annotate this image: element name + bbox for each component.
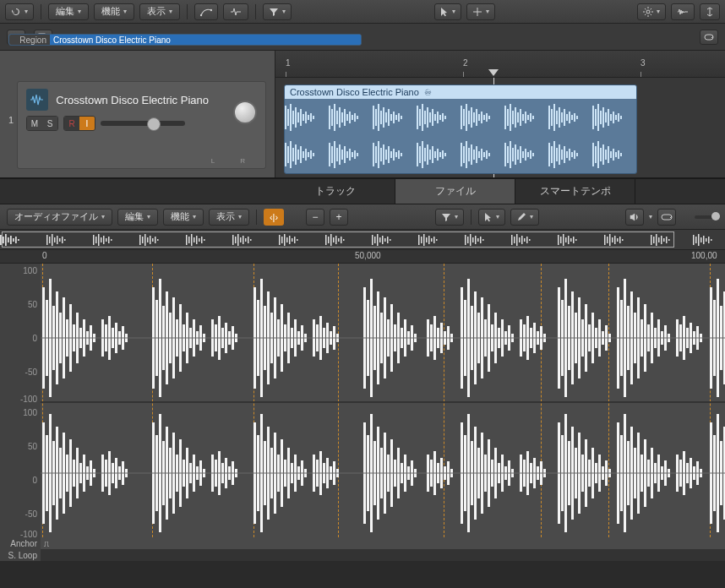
volume-slider[interactable] — [101, 121, 185, 126]
svg-rect-11 — [297, 112, 299, 122]
region-waveform — [285, 99, 637, 174]
waveform-editor[interactable]: 100 50 0 -50 -100 100 50 0 -50 -100 — [0, 264, 725, 537]
vertical-fit-icon[interactable] — [700, 3, 720, 20]
tab-smart-tempo[interactable]: スマートテンポ — [515, 179, 635, 204]
arrange-area: 1 Crosstown Disco Electric Piano M S R I… — [0, 51, 725, 179]
tab-file[interactable]: ファイル — [395, 179, 515, 204]
svg-rect-17 — [313, 116, 314, 119]
overview-strip[interactable] — [0, 230, 725, 250]
preview-volume-slider[interactable] — [695, 215, 718, 219]
transient-edit-button[interactable]: ‹|› — [264, 209, 284, 226]
editor-edit-menu[interactable]: 編集▾ — [117, 209, 158, 226]
sample-tick-mid: 50,000 — [355, 251, 381, 260]
track-name: Crosstown Disco Electric Piano — [56, 94, 209, 106]
region-name: Crosstown Disco Electric Piano — [290, 87, 419, 97]
zoom-out-button[interactable]: − — [306, 209, 324, 226]
track-strip[interactable]: Crosstown Disco Electric Piano M S R I L… — [17, 81, 266, 169]
svg-rect-6 — [285, 106, 286, 129]
gear-icon[interactable]: ▾ — [637, 3, 666, 20]
info-rows: Anchor ⎍ Region Crosstown Disco Electric… — [0, 537, 725, 561]
solo-button[interactable]: S — [42, 117, 57, 130]
record-enable-button[interactable]: R — [64, 117, 79, 130]
pointer-tool[interactable]: ▾ — [434, 3, 461, 20]
sample-ruler[interactable]: 0 50,000 100,00 — [0, 250, 725, 264]
flex-icon[interactable] — [223, 3, 248, 20]
zoom-in-button[interactable]: + — [330, 209, 348, 226]
svg-point-2 — [646, 10, 650, 14]
arrange-lane[interactable]: 1 2 3 Crosstown Disco Electric Piano ♾ — [275, 51, 725, 177]
bar-tick-2: 2 — [463, 58, 468, 68]
pan-lr-label: L R — [211, 157, 257, 165]
pan-knob[interactable] — [233, 101, 257, 124]
functions-menu[interactable]: 機能▾ — [94, 3, 134, 20]
playhead-marker[interactable] — [488, 69, 499, 76]
mute-button[interactable]: M — [27, 117, 42, 130]
input-monitor-button[interactable]: I — [79, 117, 95, 130]
global-loop-button[interactable] — [700, 30, 718, 45]
sloop-label: S. Loop — [0, 549, 41, 561]
preview-speaker-button[interactable] — [625, 209, 644, 226]
loop-icon: ♾ — [424, 88, 432, 97]
anchor-row: Anchor ⎍ — [0, 537, 725, 549]
editor-waveform — [0, 264, 725, 537]
svg-rect-15 — [308, 115, 309, 120]
svg-rect-14 — [305, 112, 307, 123]
editor-tabs: トラック ファイル スマートテンポ — [0, 179, 725, 204]
edit-menu[interactable]: 編集▾ — [48, 3, 89, 20]
svg-rect-10 — [295, 107, 297, 128]
editor-view-menu[interactable]: 表示▾ — [209, 209, 249, 226]
filter-icon[interactable]: ▾ — [263, 3, 292, 20]
cycle-preview-button[interactable] — [657, 209, 676, 226]
editor-func-menu[interactable]: 機能▾ — [163, 209, 204, 226]
editor-toolbar: オーディオファイル▾ 編集▾ 機能▾ 表示▾ ‹|› − + ▾ ▾ ▾ ▾ — [0, 204, 725, 230]
bar-ruler[interactable]: 1 2 3 — [275, 51, 725, 78]
sample-tick-0: 0 — [42, 251, 47, 260]
track-header-panel: 1 Crosstown Disco Electric Piano M S R I… — [0, 51, 275, 177]
top-toolbar: ▾ 編集▾ 機能▾ 表示▾ ▾ ▾ ▾ ▾ — [0, 0, 725, 24]
undo-history-button[interactable]: ▾ — [5, 3, 34, 20]
automation-curve-icon[interactable] — [194, 3, 218, 20]
audiofile-menu[interactable]: オーディオファイル▾ — [7, 209, 112, 226]
track-type-icon — [26, 89, 48, 111]
svg-rect-12 — [300, 109, 302, 126]
anchor-label: Anchor — [0, 537, 41, 549]
region-row: Region Crosstown Disco Electric Piano — [8, 34, 362, 46]
tab-track[interactable]: トラック — [275, 179, 395, 204]
region-value[interactable]: Crosstown Disco Electric Piano — [50, 35, 361, 45]
view-menu[interactable]: 表示▾ — [139, 3, 180, 20]
sloop-value[interactable] — [41, 549, 725, 561]
svg-rect-13 — [303, 114, 304, 121]
editor-pencil-tool[interactable]: ▾ — [510, 209, 539, 226]
editor-filter-icon[interactable]: ▾ — [435, 209, 464, 226]
sloop-row: S. Loop — [0, 549, 725, 561]
svg-rect-9 — [292, 111, 294, 124]
mute-solo-group: M S — [26, 116, 58, 131]
waveform-zoom-icon[interactable] — [671, 3, 695, 20]
bar-tick-3: 3 — [641, 58, 646, 68]
bar-tick-1: 1 — [286, 58, 291, 68]
svg-rect-7 — [287, 109, 289, 126]
editor-pointer-tool[interactable]: ▾ — [478, 209, 505, 226]
track-number: 1 — [5, 81, 17, 169]
svg-rect-8 — [290, 104, 292, 131]
sample-tick-end: 100,00 — [691, 251, 717, 260]
overview-selection[interactable] — [2, 231, 674, 248]
region-label: Region — [9, 35, 50, 45]
rec-input-group: R I — [63, 116, 95, 131]
audio-region[interactable]: Crosstown Disco Electric Piano ♾ — [284, 84, 637, 174]
region-header: Crosstown Disco Electric Piano ♾ — [285, 85, 636, 99]
marquee-tool[interactable]: ▾ — [466, 3, 495, 20]
svg-rect-16 — [310, 113, 312, 122]
anchor-value[interactable]: ⎍ — [41, 537, 725, 549]
